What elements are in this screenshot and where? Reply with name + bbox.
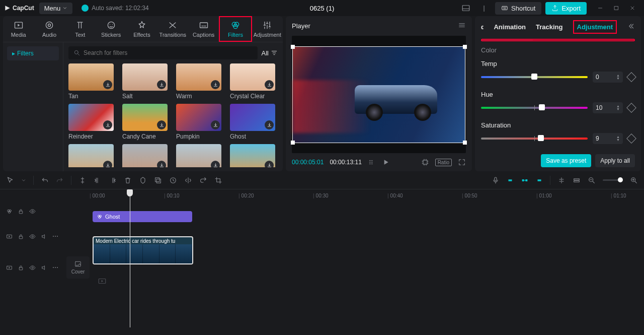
- redo-icon[interactable]: [56, 176, 64, 184]
- subtab-hsl[interactable]: HSL: [533, 40, 584, 41]
- eye-icon[interactable]: [29, 264, 36, 271]
- tab-adjustment[interactable]: Adjustment: [252, 16, 283, 42]
- ruler[interactable]: 00:0000:1000:2000:3000:4000:5001:0001:10: [0, 189, 644, 202]
- playhead[interactable]: [130, 189, 136, 327]
- sat-value[interactable]: 9▲▼: [593, 133, 623, 144]
- play-icon[interactable]: [382, 158, 390, 166]
- video-track-icon[interactable]: [6, 264, 13, 271]
- player-viewport[interactable]: [292, 36, 466, 153]
- lock-icon[interactable]: [18, 264, 24, 271]
- hue-slider[interactable]: [481, 107, 588, 109]
- close-icon[interactable]: [625, 2, 640, 14]
- hue-keyframe-icon[interactable]: [626, 103, 636, 113]
- filter-item[interactable]: Crystal Clear: [230, 63, 278, 100]
- download-icon[interactable]: [103, 161, 112, 167]
- download-icon[interactable]: [265, 161, 274, 167]
- filter-item[interactable]: Pumpkin: [176, 104, 224, 140]
- hue-value[interactable]: 10▲▼: [593, 102, 623, 113]
- layout-icon[interactable]: [459, 2, 473, 14]
- filter-item[interactable]: Reindeer: [68, 104, 116, 140]
- list-icon[interactable]: [368, 158, 376, 166]
- search-input[interactable]: [68, 46, 258, 59]
- temp-value[interactable]: 0▲▼: [593, 72, 623, 83]
- preview-icon[interactable]: [536, 177, 543, 184]
- mute-icon[interactable]: [41, 233, 47, 240]
- trim-left-icon[interactable]: [94, 176, 102, 184]
- add-clip-icon[interactable]: [98, 277, 107, 287]
- tab-text[interactable]: Text: [65, 16, 96, 42]
- download-icon[interactable]: [265, 80, 274, 89]
- mute-icon[interactable]: [41, 264, 47, 271]
- eye-icon[interactable]: [29, 208, 36, 215]
- more-tabs-icon[interactable]: [627, 22, 635, 32]
- video-clip[interactable]: Modern Electric car rides through tu: [93, 236, 193, 264]
- mirror-icon[interactable]: [184, 176, 192, 184]
- snap-icon[interactable]: [507, 177, 514, 184]
- tab-media[interactable]: Media: [3, 16, 34, 42]
- download-icon[interactable]: [211, 120, 220, 129]
- download-icon[interactable]: [157, 161, 166, 167]
- filter-item[interactable]: [230, 144, 278, 167]
- sidebar-item-filters[interactable]: ▸ Filters: [7, 46, 59, 60]
- shortcut-button[interactable]: Shortcut: [495, 2, 541, 15]
- temp-slider[interactable]: [481, 76, 588, 78]
- trim-right-icon[interactable]: [109, 176, 117, 184]
- mic-icon[interactable]: [492, 176, 500, 184]
- rtab-tracking[interactable]: Tracking: [536, 23, 562, 31]
- zoom-in-icon[interactable]: [630, 176, 638, 184]
- filter-item[interactable]: Tan: [68, 63, 116, 100]
- save-preset-button[interactable]: Save as preset: [541, 154, 591, 167]
- effects-track-icon[interactable]: [6, 208, 13, 215]
- filter-item[interactable]: [122, 144, 170, 167]
- cursor-icon[interactable]: [6, 176, 14, 184]
- tab-filters[interactable]: Filters: [219, 16, 252, 42]
- filter-all-button[interactable]: All: [262, 49, 278, 57]
- rotate-icon[interactable]: [199, 176, 207, 184]
- lock-icon[interactable]: [18, 233, 24, 240]
- download-icon[interactable]: [103, 120, 112, 129]
- tab-captions[interactable]: Captions: [188, 16, 219, 42]
- duplicate-icon[interactable]: [154, 176, 162, 184]
- crop-icon[interactable]: [421, 158, 429, 166]
- temp-keyframe-icon[interactable]: [626, 72, 636, 82]
- filter-item[interactable]: Ghost: [230, 104, 278, 140]
- video-frame[interactable]: [292, 46, 465, 143]
- tab-stickers[interactable]: Stickers: [96, 16, 126, 42]
- export-button[interactable]: Export: [545, 2, 587, 15]
- tab-audio[interactable]: Audio: [34, 16, 64, 42]
- split-icon[interactable]: [78, 176, 87, 184]
- filter-item[interactable]: [176, 144, 224, 167]
- more-icon[interactable]: ⋯: [52, 264, 58, 271]
- cover-button[interactable]: Cover: [66, 256, 90, 279]
- undo-icon[interactable]: [41, 176, 49, 184]
- rtab-clipped[interactable]: d: [481, 23, 484, 31]
- subtab-curves[interactable]: Curves: [583, 40, 634, 41]
- minimize-icon[interactable]: [593, 2, 608, 14]
- filter-clip[interactable]: Ghost: [93, 211, 192, 222]
- player-menu-icon[interactable]: [458, 21, 466, 31]
- maximize-icon[interactable]: [609, 2, 624, 14]
- download-icon[interactable]: [157, 80, 166, 89]
- rtab-animation[interactable]: Animation: [494, 23, 526, 31]
- download-icon[interactable]: [103, 80, 112, 89]
- download-icon[interactable]: [157, 120, 166, 129]
- zoom-slider[interactable]: [603, 179, 623, 181]
- eye-icon[interactable]: [29, 233, 36, 240]
- align-icon[interactable]: [557, 176, 566, 184]
- download-icon[interactable]: [265, 120, 274, 129]
- filter-item[interactable]: [68, 144, 116, 167]
- track-toggle-icon[interactable]: [573, 176, 581, 184]
- ratio-button[interactable]: Ratio: [435, 159, 452, 166]
- marker-icon[interactable]: [139, 176, 147, 184]
- more-icon[interactable]: ⋯: [52, 233, 58, 240]
- filter-item[interactable]: Warm: [176, 63, 224, 100]
- tab-effects[interactable]: Effects: [126, 16, 157, 42]
- filter-item[interactable]: Salt: [122, 63, 170, 100]
- crop-tool-icon[interactable]: [214, 176, 222, 184]
- rtab-adjustment[interactable]: Adjustment: [573, 20, 617, 34]
- lock-icon[interactable]: [18, 208, 24, 215]
- fullscreen-icon[interactable]: [458, 158, 466, 166]
- delete-icon[interactable]: [124, 176, 132, 184]
- tab-transitions[interactable]: Transitions: [157, 16, 188, 42]
- reverse-icon[interactable]: [169, 176, 177, 184]
